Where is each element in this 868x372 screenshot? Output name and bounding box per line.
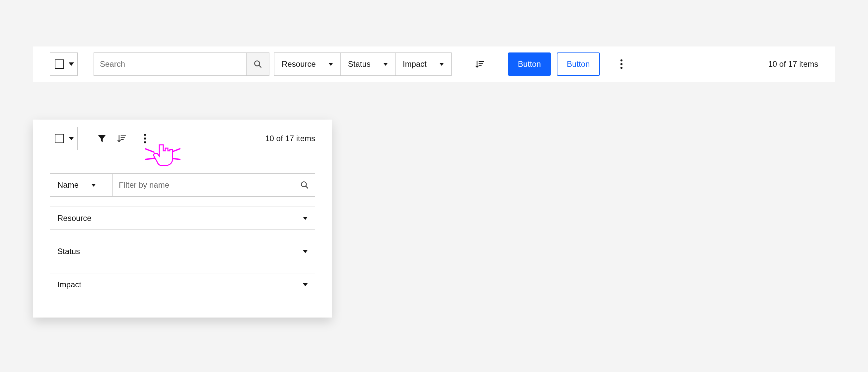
compact-toolbar: 10 of 17 items [50, 127, 315, 150]
chevron-down-icon [303, 283, 308, 286]
kebab-icon [620, 59, 623, 69]
filter-label: Status [57, 247, 80, 256]
svg-line-1 [259, 65, 261, 67]
svg-line-19 [170, 158, 180, 160]
filter-label: Resource [282, 59, 316, 69]
svg-line-16 [145, 149, 154, 152]
items-count-label: 10 of 17 items [265, 134, 315, 143]
overflow-menu-button[interactable] [137, 130, 153, 147]
filter-icon [97, 134, 107, 143]
select-all-dropdown[interactable] [50, 53, 78, 76]
svg-point-7 [620, 63, 622, 65]
filter-impact-dropdown[interactable]: Impact [50, 273, 315, 296]
checkbox-icon [55, 134, 64, 143]
filter-label: Resource [57, 213, 92, 223]
overflow-menu-button[interactable] [613, 56, 630, 73]
sort-button[interactable] [114, 130, 130, 147]
chevron-down-icon [303, 250, 308, 253]
name-field-label: Name [57, 180, 79, 190]
svg-line-21 [306, 186, 308, 188]
chevron-down-icon [329, 63, 333, 66]
chevron-down-icon [69, 62, 74, 66]
name-filter-input-wrap [113, 173, 315, 197]
filter-impact[interactable]: Impact [395, 53, 452, 76]
filter-resource-dropdown[interactable]: Resource [50, 207, 315, 230]
filter-status[interactable]: Status [340, 53, 395, 76]
sort-button[interactable] [471, 56, 488, 73]
kebab-icon [144, 134, 146, 143]
filter-label: Impact [403, 59, 427, 69]
filter-label: Impact [57, 280, 81, 289]
compact-toolbar-panel: 10 of 17 items Name [33, 120, 332, 317]
svg-line-18 [171, 149, 180, 152]
svg-point-13 [144, 134, 146, 136]
search-icon [253, 60, 262, 68]
search-button[interactable] [246, 53, 270, 76]
chevron-down-icon [69, 137, 74, 140]
top-toolbar: Resource Status Impact Button Button [33, 47, 835, 82]
items-count-label: 10 of 17 items [768, 59, 818, 69]
filter-status-dropdown[interactable]: Status [50, 240, 315, 263]
sort-icon [475, 59, 485, 69]
name-filter-input[interactable] [119, 180, 300, 190]
svg-point-15 [144, 141, 146, 143]
name-field-selector[interactable]: Name [50, 173, 113, 197]
name-filter-row: Name [50, 173, 315, 197]
filter-label: Status [348, 59, 371, 69]
sort-icon [117, 134, 126, 143]
filter-resource[interactable]: Resource [274, 53, 340, 76]
chevron-down-icon [91, 184, 96, 187]
svg-line-17 [145, 158, 155, 160]
search-icon [300, 181, 309, 189]
search-input[interactable] [94, 53, 246, 76]
search-field [94, 53, 270, 76]
filter-group: Resource Status Impact [274, 53, 452, 76]
primary-action-button[interactable]: Button [508, 53, 551, 76]
checkbox-icon [55, 59, 64, 69]
filter-button[interactable] [94, 130, 110, 147]
svg-point-14 [144, 138, 146, 140]
chevron-down-icon [383, 63, 388, 66]
select-all-dropdown[interactable] [50, 127, 78, 150]
chevron-down-icon [303, 217, 308, 220]
svg-point-6 [620, 59, 622, 61]
svg-point-8 [620, 67, 622, 69]
action-buttons: Button Button [508, 53, 600, 76]
secondary-action-button[interactable]: Button [557, 53, 599, 76]
chevron-down-icon [439, 63, 444, 66]
